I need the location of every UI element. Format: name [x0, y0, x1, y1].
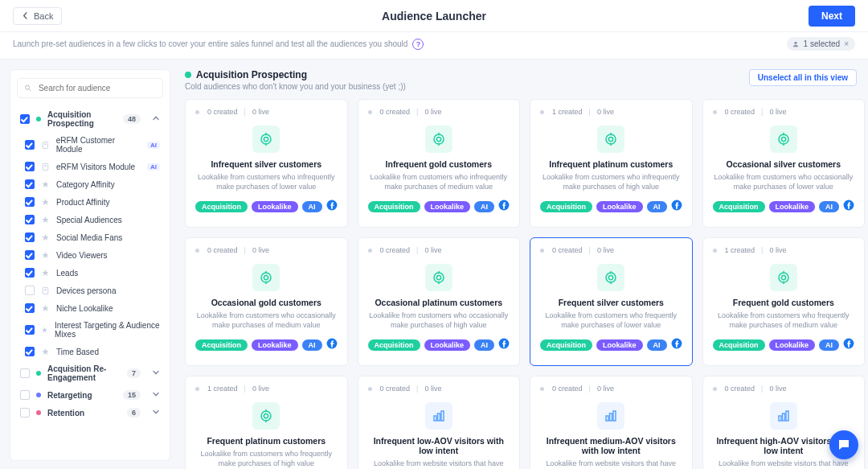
card-description: Lookalike from customers who occasionall… [195, 311, 338, 330]
sidebar-item[interactable]: eRFM Customer Module AI [22, 132, 163, 158]
search-input[interactable] [37, 83, 156, 93]
sidebar-group[interactable]: Retargeting 15 [17, 386, 163, 404]
svg-point-18 [781, 137, 785, 141]
card-created: 0 created [552, 385, 583, 393]
checkbox[interactable] [25, 232, 35, 242]
checkbox[interactable] [25, 250, 35, 260]
audience-card[interactable]: 0 created | 0 live Infrequent medium-AOV… [530, 376, 693, 469]
chevron-down-icon[interactable] [147, 390, 160, 400]
audience-card[interactable]: 0 created | 0 live Infrequent low-AOV vi… [358, 376, 521, 469]
card-title: Frequent silver customers [540, 298, 682, 307]
audience-card[interactable]: 1 created | 0 live Infrequent platinum c… [530, 99, 693, 228]
checkbox[interactable] [25, 303, 35, 313]
sidebar-item[interactable]: Social Media Fans [22, 228, 163, 246]
star-icon [41, 216, 50, 224]
sidebar-item[interactable]: Special Audiences [22, 211, 163, 228]
checkbox[interactable] [25, 347, 35, 356]
audience-card[interactable]: 0 created | 0 live Infrequent gold custo… [358, 99, 521, 228]
person-icon [792, 40, 800, 48]
tag-ai: AI [819, 339, 839, 351]
sidebar-item-label: Social Media Fans [56, 233, 122, 242]
checkbox[interactable] [20, 368, 30, 378]
checkbox[interactable] [25, 268, 35, 278]
card-description: Lookalike from customers who infrequentl… [368, 172, 510, 191]
target-icon [425, 264, 452, 291]
sidebar-group[interactable]: Retention 6 [17, 404, 163, 422]
svg-point-21 [264, 275, 268, 279]
search-input-wrap[interactable] [17, 78, 163, 98]
chat-launcher[interactable] [829, 430, 858, 459]
checkbox[interactable] [25, 325, 35, 335]
close-icon[interactable]: × [844, 39, 849, 48]
tag-acquisition: Acquisition [368, 201, 420, 212]
card-created: 0 created [552, 246, 583, 254]
card-title: Infrequent silver customers [195, 159, 338, 169]
sidebar-item[interactable]: Category Affinity [22, 175, 163, 193]
svg-rect-36 [441, 411, 444, 421]
checkbox[interactable] [25, 179, 35, 189]
audience-card[interactable]: 0 created | 0 live Occasional silver cus… [702, 99, 866, 228]
sidebar-item-label: Leads [56, 269, 78, 278]
checkbox[interactable] [25, 162, 35, 171]
svg-rect-41 [782, 413, 784, 421]
svg-point-12 [436, 137, 440, 141]
chevron-up-icon[interactable] [147, 114, 160, 124]
checkbox[interactable] [20, 114, 30, 124]
svg-rect-37 [606, 416, 608, 421]
svg-point-15 [609, 137, 613, 141]
card-created: 0 created [207, 108, 238, 116]
selected-chip[interactable]: 1 selected × [787, 37, 855, 51]
sidebar-item[interactable]: eRFM Visitors Module AI [22, 158, 163, 175]
back-button[interactable]: Back [13, 7, 62, 25]
card-created: 0 created [207, 246, 238, 254]
help-icon[interactable]: ? [412, 39, 424, 50]
svg-point-17 [779, 134, 788, 144]
card-meta: 0 created | 0 live [368, 385, 510, 393]
card-live: 0 live [252, 108, 269, 116]
sidebar-item[interactable]: Niche Lookalike [22, 299, 163, 317]
group-dot-icon [36, 117, 41, 121]
card-description: Lookalike from customers who occasionall… [713, 172, 855, 191]
audience-card[interactable]: 1 created | 0 live Frequent platinum cus… [185, 376, 348, 469]
card-created: 0 created [380, 108, 411, 116]
checkbox[interactable] [25, 286, 35, 295]
facebook-icon [843, 200, 854, 213]
status-dot-icon [368, 249, 372, 253]
sidebar-item-label: Category Affinity [56, 180, 115, 189]
status-dot-icon [195, 110, 199, 114]
card-created: 0 created [380, 246, 411, 254]
sidebar-group[interactable]: Acquisition Prospecting 48 [17, 106, 163, 132]
next-button[interactable]: Next [809, 6, 855, 27]
svg-point-27 [609, 275, 613, 279]
card-live: 0 live [769, 108, 786, 116]
audience-card[interactable]: 1 created | 0 live Frequent gold custome… [702, 237, 866, 366]
chevron-down-icon[interactable] [147, 408, 160, 418]
checkbox[interactable] [25, 140, 35, 150]
checkbox[interactable] [25, 215, 35, 224]
svg-rect-35 [437, 413, 440, 421]
sidebar-item[interactable]: Time Based [22, 343, 163, 360]
checkbox[interactable] [20, 390, 30, 400]
sidebar-group[interactable]: Acquisition Re-Engagement 7 [17, 360, 163, 386]
star-icon [41, 233, 50, 242]
checkbox[interactable] [25, 197, 35, 207]
sidebar-item[interactable]: Leads [22, 264, 163, 282]
target-icon [597, 125, 624, 153]
chevron-down-icon[interactable] [147, 368, 160, 378]
unselect-all-button[interactable]: Unselect all in this view [749, 69, 857, 86]
card-title: Infrequent medium-AOV visitors with low … [540, 436, 682, 455]
tag-lookalike: Lookalike [252, 201, 298, 212]
sidebar-item[interactable]: Interest Targeting & Audience Mixes [22, 317, 163, 343]
svg-rect-40 [779, 416, 781, 421]
sidebar-item[interactable]: Devices persona [22, 282, 163, 299]
audience-card[interactable]: 0 created | 0 live Infrequent silver cus… [185, 99, 348, 228]
checkbox[interactable] [20, 408, 30, 418]
card-meta: 0 created | 0 live [368, 246, 510, 254]
audience-card[interactable]: 0 created | 0 live Frequent silver custo… [530, 237, 693, 366]
sidebar-item[interactable]: Product Affinity [22, 193, 163, 211]
sidebar-item[interactable]: Video Viewers [22, 246, 163, 264]
card-meta: 0 created | 0 live [195, 246, 338, 254]
card-footer: Acquisition Lookalike AI [368, 200, 510, 213]
audience-card[interactable]: 0 created | 0 live Occasional gold custo… [185, 237, 348, 366]
audience-card[interactable]: 0 created | 0 live Occasional platinum c… [358, 237, 521, 366]
